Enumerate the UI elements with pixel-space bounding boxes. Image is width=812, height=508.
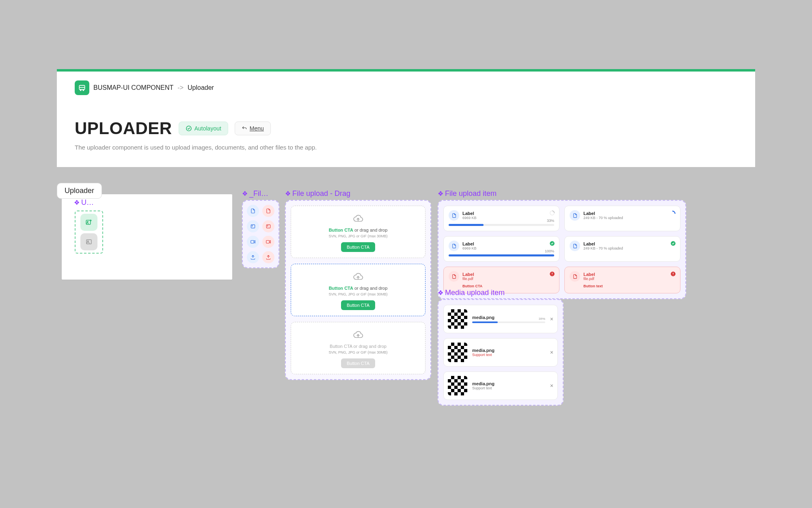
breadcrumb-sep: ->: [177, 84, 184, 91]
svg-rect-9: [251, 225, 255, 228]
media-name: media.png: [472, 315, 545, 320]
media-name: media.png: [472, 381, 545, 386]
media-upload-item-panel: media.png35%×media.pngSupport text×media…: [438, 299, 564, 406]
upload-percent: 100%: [545, 249, 554, 253]
upload-icon: [247, 251, 259, 263]
upload-item-sub: 249 KB - 70 % uploaded: [583, 216, 623, 220]
upload-item-label: Label: [462, 211, 477, 216]
page-title: UPLOADER: [75, 119, 172, 138]
frame-label-fil: _Fil…: [242, 189, 268, 198]
doc-icon: [449, 271, 459, 282]
video-icon: [247, 236, 259, 248]
upload-error-action[interactable]: Button CTA: [462, 284, 554, 288]
upload-item-label: Label: [583, 241, 623, 246]
autolayout-pill[interactable]: Autolayout: [179, 122, 228, 135]
upload-error-icon: [262, 251, 274, 263]
upload-percent: 33%: [547, 219, 554, 223]
upload-item-label: Label: [462, 272, 474, 277]
doc-icon: [570, 271, 580, 282]
frame-label-item: File upload item: [438, 189, 497, 198]
breadcrumb-project[interactable]: BUSMAP-UI COMPONENT: [93, 84, 173, 91]
media-name: media.png: [472, 348, 545, 353]
image-icon: [85, 238, 93, 245]
close-icon[interactable]: ×: [550, 349, 553, 356]
media-item[interactable]: media.pngSupport text×: [443, 371, 558, 400]
media-thumbnail: [448, 376, 467, 395]
upload-item-sub: 249 KB - 70 % uploaded: [583, 246, 623, 250]
status-icon: [549, 210, 555, 217]
upload-item-label: Label: [583, 211, 623, 216]
upload-item-error[interactable]: Labelfile.pdfButton text: [564, 267, 680, 293]
doc-icon: [570, 210, 580, 221]
video-error-icon: [262, 236, 274, 248]
doc-error-icon: [262, 205, 274, 217]
doc-icon: [247, 205, 259, 217]
svg-rect-7: [86, 240, 91, 244]
upload-item-sub: 6969 KB: [462, 246, 477, 250]
status-icon: [549, 241, 555, 247]
frame-tab-chip[interactable]: Uploader: [57, 183, 102, 199]
media-percent: 35%: [539, 317, 545, 321]
upload-item-sub: file.pdf: [583, 277, 595, 281]
frame-label-media: Media upload item: [438, 289, 505, 297]
media-thumbnail: [448, 309, 467, 329]
thumb-tile-active[interactable]: [80, 214, 97, 231]
status-icon: [670, 241, 676, 247]
svg-rect-11: [266, 225, 270, 228]
bus-app-icon: [75, 80, 89, 95]
doc-icon: [449, 210, 459, 221]
svg-point-6: [87, 221, 88, 222]
upload-item[interactable]: Label6969 KB33%: [443, 206, 559, 231]
status-icon: [549, 271, 555, 278]
undo-icon: [242, 126, 247, 131]
svg-point-12: [267, 226, 268, 226]
upload-item-sub: 6969 KB: [462, 216, 477, 220]
check-circle-icon: [186, 125, 192, 132]
frame-label-u: U…: [74, 198, 94, 207]
file-upload-drag-panel: Button CTA or drag and drop SVN, PNG, JP…: [285, 200, 431, 380]
upload-item[interactable]: Label249 KB - 70 % uploaded: [564, 236, 680, 262]
upload-cta-button[interactable]: Button CTA: [341, 300, 375, 310]
media-thumbnail: [448, 343, 467, 362]
svg-point-10: [252, 226, 253, 226]
media-item[interactable]: media.png35%×: [443, 305, 558, 333]
doc-icon: [570, 241, 580, 251]
upload-item-label: Label: [462, 241, 477, 246]
file-upload-item-panel: Label6969 KB33%Label249 KB - 70 % upload…: [438, 200, 686, 299]
media-sub: Support text: [472, 386, 545, 390]
svg-point-2: [80, 90, 81, 91]
drop-zone-disabled: Button CTA or drag and drop SVN, PNG, JP…: [291, 322, 425, 374]
thumb-tile-disabled: [80, 233, 97, 250]
breadcrumb-page[interactable]: Uploader: [188, 84, 214, 91]
image-error-icon: [262, 220, 274, 232]
upload-item[interactable]: Label6969 KB100%: [443, 236, 559, 262]
frame-label-drag: File upload - Drag: [285, 189, 350, 198]
close-icon[interactable]: ×: [550, 316, 553, 322]
svg-point-3: [83, 90, 84, 91]
upload-item-label: Label: [583, 272, 595, 277]
upload-cta-button[interactable]: Button CTA: [341, 242, 375, 252]
image-plus-icon: [85, 219, 93, 226]
upload-cta-button-disabled: Button CTA: [341, 358, 375, 368]
drop-zone-active[interactable]: Button CTA or drag and drop SVN, PNG, JP…: [291, 264, 425, 316]
svg-rect-13: [251, 241, 254, 243]
uploader-white-frame: U…: [62, 194, 232, 280]
svg-rect-14: [266, 241, 270, 243]
upload-item-sub: file.pdf: [462, 277, 474, 281]
status-icon: [670, 271, 676, 278]
image-icon: [247, 220, 259, 232]
thumb-group: [75, 211, 103, 254]
cloud-upload-icon: [295, 213, 421, 225]
media-item[interactable]: media.pngSupport text×: [443, 338, 558, 367]
media-sub: Support text: [472, 353, 545, 357]
close-icon[interactable]: ×: [550, 382, 553, 389]
menu-pill[interactable]: Menu: [235, 122, 271, 135]
cloud-upload-icon: [295, 330, 421, 341]
upload-item[interactable]: Label249 KB - 70 % uploaded: [564, 206, 680, 231]
drop-zone-default[interactable]: Button CTA or drag and drop SVN, PNG, JP…: [291, 206, 425, 258]
file-icons-panel: [242, 200, 279, 268]
status-icon: [669, 210, 676, 218]
page-description: The uploader component is used to upload…: [57, 138, 755, 151]
upload-error-action[interactable]: Button text: [583, 284, 675, 288]
header-card: BUSMAP-UI COMPONENT -> Uploader UPLOADER…: [57, 69, 755, 167]
